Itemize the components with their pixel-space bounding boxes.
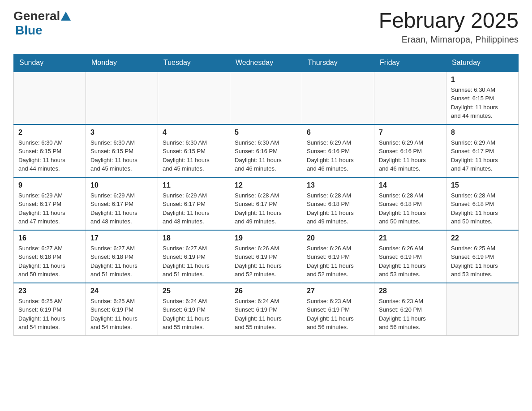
day-info-line: Daylight: 11 hours [90,314,153,323]
day-info-line: Sunset: 6:15 PM [451,94,514,103]
day-info-line: Sunrise: 6:29 AM [379,138,442,147]
location-title: Eraan, Mimaropa, Philippines [379,34,519,45]
day-info-line: and 50 minutes. [379,217,442,226]
day-info-line: and 46 minutes. [379,164,442,173]
day-info-line: Sunrise: 6:29 AM [90,191,153,200]
day-number: 15 [451,181,514,189]
calendar-cell: 9Sunrise: 6:29 AMSunset: 6:17 PMDaylight… [14,177,86,230]
day-info-line: Daylight: 11 hours [379,156,442,165]
day-info-line: and 49 minutes. [235,217,297,226]
logo-triangle-icon [61,12,71,22]
calendar-cell: 20Sunrise: 6:26 AMSunset: 6:19 PMDayligh… [302,230,374,283]
day-number: 3 [90,128,153,137]
day-number: 18 [163,234,225,242]
month-title: February 2025 [379,9,519,33]
day-info-line: and 52 minutes. [307,270,369,279]
weekday-header: Wednesday [230,54,302,72]
day-info-line: Daylight: 11 hours [307,261,369,270]
day-info-line: Sunset: 6:19 PM [379,253,442,261]
calendar-header-row: SundayMondayTuesdayWednesdayThursdayFrid… [14,54,519,72]
day-info-line: and 47 minutes. [451,164,514,173]
day-info-line: Sunrise: 6:26 AM [235,244,297,253]
day-info-line: Daylight: 11 hours [235,209,297,218]
day-info-line: Sunset: 6:18 PM [379,200,442,209]
calendar-cell: 10Sunrise: 6:29 AMSunset: 6:17 PMDayligh… [86,177,158,230]
day-info-line: Sunrise: 6:24 AM [235,297,297,306]
day-number: 17 [90,234,153,242]
day-info-line: Sunrise: 6:27 AM [90,244,153,253]
calendar-cell: 24Sunrise: 6:25 AMSunset: 6:19 PMDayligh… [86,283,158,336]
day-info-line: Sunset: 6:15 PM [163,147,225,156]
calendar-cell [158,72,230,124]
day-info-line: Sunrise: 6:30 AM [235,138,297,147]
day-number: 19 [235,234,297,242]
day-number: 12 [235,181,297,189]
day-info-line: Daylight: 11 hours [451,261,514,270]
day-number: 26 [235,287,297,295]
day-info-line: Daylight: 11 hours [163,261,225,270]
day-number: 16 [18,234,81,242]
day-number: 13 [307,181,369,189]
day-info-line: Sunset: 6:20 PM [379,305,442,314]
day-info-line: Daylight: 11 hours [379,314,442,323]
weekday-header: Monday [86,54,158,72]
weekday-header: Saturday [446,54,519,72]
day-number: 22 [451,234,514,242]
calendar-cell: 21Sunrise: 6:26 AMSunset: 6:19 PMDayligh… [374,230,446,283]
day-info-line: Daylight: 11 hours [235,314,297,323]
day-info-line: Sunrise: 6:30 AM [18,138,81,147]
day-info-line: and 50 minutes. [18,270,81,279]
calendar-cell [86,72,158,124]
day-info-line: and 44 minutes. [18,164,81,173]
day-info-line: Sunset: 6:19 PM [451,253,514,261]
day-number: 9 [18,181,81,189]
day-info-line: and 48 minutes. [163,217,225,226]
day-info-line: Sunset: 6:16 PM [307,147,369,156]
calendar-cell: 5Sunrise: 6:30 AMSunset: 6:16 PMDaylight… [230,124,302,177]
day-info-line: Sunset: 6:18 PM [451,200,514,209]
day-number: 11 [163,181,225,189]
title-area: February 2025 Eraan, Mimaropa, Philippin… [379,9,519,45]
day-info-line: Daylight: 11 hours [235,261,297,270]
day-info-line: Sunrise: 6:25 AM [451,244,514,253]
day-info-line: Sunset: 6:19 PM [307,305,369,314]
calendar-cell [374,72,446,124]
day-info-line: and 53 minutes. [451,270,514,279]
calendar-cell: 12Sunrise: 6:28 AMSunset: 6:17 PMDayligh… [230,177,302,230]
day-info-line: and 47 minutes. [18,217,81,226]
day-info-line: Sunset: 6:19 PM [235,305,297,314]
day-info-line: Daylight: 11 hours [307,209,369,218]
calendar-cell: 7Sunrise: 6:29 AMSunset: 6:16 PMDaylight… [374,124,446,177]
day-number: 10 [90,181,153,189]
day-info-line: and 55 minutes. [163,323,225,332]
page-header: General Blue February 2025 Eraan, Mimaro… [13,9,519,45]
calendar-cell: 16Sunrise: 6:27 AMSunset: 6:18 PMDayligh… [14,230,86,283]
calendar-cell: 25Sunrise: 6:24 AMSunset: 6:19 PMDayligh… [158,283,230,336]
day-info-line: Sunset: 6:15 PM [90,147,153,156]
day-info-line: Sunrise: 6:27 AM [18,244,81,253]
day-number: 27 [307,287,369,295]
day-info-line: Daylight: 11 hours [18,156,81,165]
day-info-line: Sunrise: 6:23 AM [307,297,369,306]
day-info-line: Sunset: 6:17 PM [451,147,514,156]
calendar-cell: 22Sunrise: 6:25 AMSunset: 6:19 PMDayligh… [446,230,519,283]
day-info-line: Sunset: 6:18 PM [90,253,153,261]
day-info-line: and 56 minutes. [307,323,369,332]
day-number: 14 [379,181,442,189]
day-info-line: Sunrise: 6:30 AM [163,138,225,147]
day-info-line: Sunrise: 6:28 AM [307,191,369,200]
day-info-line: Daylight: 11 hours [451,209,514,218]
calendar-week-row: 23Sunrise: 6:25 AMSunset: 6:19 PMDayligh… [14,283,519,336]
day-info-line: Daylight: 11 hours [307,314,369,323]
calendar-week-row: 9Sunrise: 6:29 AMSunset: 6:17 PMDaylight… [14,177,519,230]
day-info-line: Daylight: 11 hours [90,209,153,218]
day-info-line: Sunrise: 6:25 AM [90,297,153,306]
day-number: 6 [307,128,369,137]
weekday-header: Tuesday [158,54,230,72]
day-info-line: Sunrise: 6:29 AM [18,191,81,200]
day-number: 1 [451,76,514,84]
calendar-week-row: 2Sunrise: 6:30 AMSunset: 6:15 PMDaylight… [14,124,519,177]
day-info-line: Sunrise: 6:24 AM [163,297,225,306]
day-number: 2 [18,128,81,137]
day-info-line: Daylight: 11 hours [18,261,81,270]
